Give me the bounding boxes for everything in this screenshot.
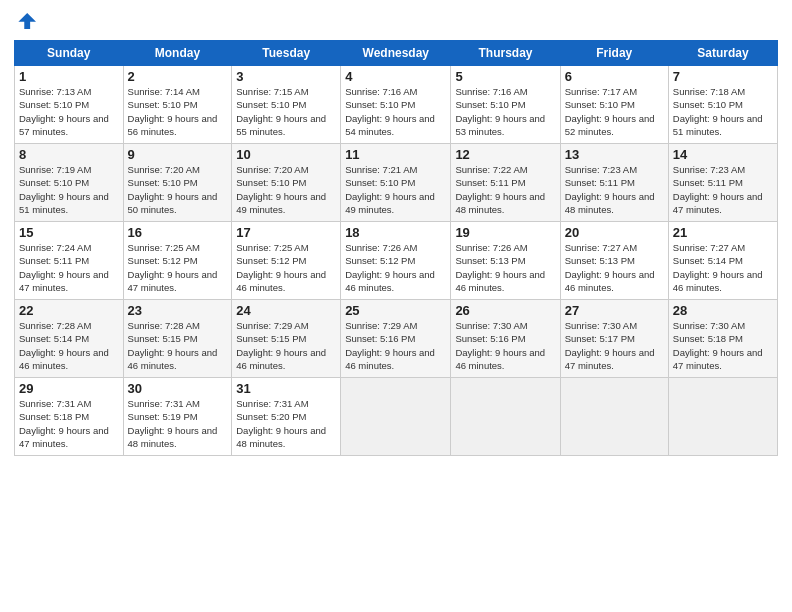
day-info: Sunrise: 7:28 AMSunset: 5:14 PMDaylight:…	[19, 320, 109, 371]
day-cell: 20 Sunrise: 7:27 AMSunset: 5:13 PMDaylig…	[560, 222, 668, 300]
day-cell: 14 Sunrise: 7:23 AMSunset: 5:11 PMDaylig…	[668, 144, 777, 222]
day-number: 17	[236, 225, 336, 240]
day-info: Sunrise: 7:16 AMSunset: 5:10 PMDaylight:…	[455, 86, 545, 137]
day-cell: 27 Sunrise: 7:30 AMSunset: 5:17 PMDaylig…	[560, 300, 668, 378]
day-cell: 29 Sunrise: 7:31 AMSunset: 5:18 PMDaylig…	[15, 378, 124, 456]
day-number: 27	[565, 303, 664, 318]
day-cell: 22 Sunrise: 7:28 AMSunset: 5:14 PMDaylig…	[15, 300, 124, 378]
day-info: Sunrise: 7:13 AMSunset: 5:10 PMDaylight:…	[19, 86, 109, 137]
header-friday: Friday	[560, 41, 668, 66]
day-info: Sunrise: 7:20 AMSunset: 5:10 PMDaylight:…	[128, 164, 218, 215]
day-cell: 26 Sunrise: 7:30 AMSunset: 5:16 PMDaylig…	[451, 300, 560, 378]
day-number: 3	[236, 69, 336, 84]
day-info: Sunrise: 7:17 AMSunset: 5:10 PMDaylight:…	[565, 86, 655, 137]
day-info: Sunrise: 7:23 AMSunset: 5:11 PMDaylight:…	[565, 164, 655, 215]
day-cell: 7 Sunrise: 7:18 AMSunset: 5:10 PMDayligh…	[668, 66, 777, 144]
header-saturday: Saturday	[668, 41, 777, 66]
day-number: 22	[19, 303, 119, 318]
day-number: 16	[128, 225, 228, 240]
day-cell: 4 Sunrise: 7:16 AMSunset: 5:10 PMDayligh…	[341, 66, 451, 144]
day-info: Sunrise: 7:18 AMSunset: 5:10 PMDaylight:…	[673, 86, 763, 137]
logo-icon	[14, 10, 36, 32]
day-number: 23	[128, 303, 228, 318]
calendar-header-row: SundayMondayTuesdayWednesdayThursdayFrid…	[15, 41, 778, 66]
day-cell: 2 Sunrise: 7:14 AMSunset: 5:10 PMDayligh…	[123, 66, 232, 144]
day-info: Sunrise: 7:31 AMSunset: 5:19 PMDaylight:…	[128, 398, 218, 449]
day-cell: 10 Sunrise: 7:20 AMSunset: 5:10 PMDaylig…	[232, 144, 341, 222]
day-cell: 17 Sunrise: 7:25 AMSunset: 5:12 PMDaylig…	[232, 222, 341, 300]
day-number: 21	[673, 225, 773, 240]
day-info: Sunrise: 7:26 AMSunset: 5:13 PMDaylight:…	[455, 242, 545, 293]
header-monday: Monday	[123, 41, 232, 66]
day-cell: 16 Sunrise: 7:25 AMSunset: 5:12 PMDaylig…	[123, 222, 232, 300]
header-tuesday: Tuesday	[232, 41, 341, 66]
day-info: Sunrise: 7:15 AMSunset: 5:10 PMDaylight:…	[236, 86, 326, 137]
day-number: 19	[455, 225, 555, 240]
day-cell: 15 Sunrise: 7:24 AMSunset: 5:11 PMDaylig…	[15, 222, 124, 300]
day-info: Sunrise: 7:27 AMSunset: 5:14 PMDaylight:…	[673, 242, 763, 293]
day-cell: 13 Sunrise: 7:23 AMSunset: 5:11 PMDaylig…	[560, 144, 668, 222]
day-info: Sunrise: 7:24 AMSunset: 5:11 PMDaylight:…	[19, 242, 109, 293]
day-info: Sunrise: 7:25 AMSunset: 5:12 PMDaylight:…	[128, 242, 218, 293]
header-sunday: Sunday	[15, 41, 124, 66]
day-cell	[560, 378, 668, 456]
day-number: 30	[128, 381, 228, 396]
day-info: Sunrise: 7:29 AMSunset: 5:15 PMDaylight:…	[236, 320, 326, 371]
svg-marker-0	[18, 13, 36, 29]
day-cell: 19 Sunrise: 7:26 AMSunset: 5:13 PMDaylig…	[451, 222, 560, 300]
week-row-5: 29 Sunrise: 7:31 AMSunset: 5:18 PMDaylig…	[15, 378, 778, 456]
day-cell: 21 Sunrise: 7:27 AMSunset: 5:14 PMDaylig…	[668, 222, 777, 300]
week-row-2: 8 Sunrise: 7:19 AMSunset: 5:10 PMDayligh…	[15, 144, 778, 222]
header-thursday: Thursday	[451, 41, 560, 66]
day-cell	[668, 378, 777, 456]
day-info: Sunrise: 7:28 AMSunset: 5:15 PMDaylight:…	[128, 320, 218, 371]
day-cell	[451, 378, 560, 456]
day-number: 15	[19, 225, 119, 240]
day-info: Sunrise: 7:29 AMSunset: 5:16 PMDaylight:…	[345, 320, 435, 371]
day-info: Sunrise: 7:14 AMSunset: 5:10 PMDaylight:…	[128, 86, 218, 137]
day-number: 18	[345, 225, 446, 240]
day-info: Sunrise: 7:21 AMSunset: 5:10 PMDaylight:…	[345, 164, 435, 215]
day-cell: 6 Sunrise: 7:17 AMSunset: 5:10 PMDayligh…	[560, 66, 668, 144]
calendar-table: SundayMondayTuesdayWednesdayThursdayFrid…	[14, 40, 778, 456]
day-number: 25	[345, 303, 446, 318]
day-cell: 5 Sunrise: 7:16 AMSunset: 5:10 PMDayligh…	[451, 66, 560, 144]
day-cell: 3 Sunrise: 7:15 AMSunset: 5:10 PMDayligh…	[232, 66, 341, 144]
day-cell: 31 Sunrise: 7:31 AMSunset: 5:20 PMDaylig…	[232, 378, 341, 456]
day-number: 26	[455, 303, 555, 318]
week-row-4: 22 Sunrise: 7:28 AMSunset: 5:14 PMDaylig…	[15, 300, 778, 378]
day-cell: 11 Sunrise: 7:21 AMSunset: 5:10 PMDaylig…	[341, 144, 451, 222]
day-number: 1	[19, 69, 119, 84]
day-number: 20	[565, 225, 664, 240]
day-info: Sunrise: 7:31 AMSunset: 5:20 PMDaylight:…	[236, 398, 326, 449]
day-number: 4	[345, 69, 446, 84]
day-info: Sunrise: 7:16 AMSunset: 5:10 PMDaylight:…	[345, 86, 435, 137]
day-number: 31	[236, 381, 336, 396]
day-number: 7	[673, 69, 773, 84]
day-info: Sunrise: 7:25 AMSunset: 5:12 PMDaylight:…	[236, 242, 326, 293]
day-cell: 18 Sunrise: 7:26 AMSunset: 5:12 PMDaylig…	[341, 222, 451, 300]
day-info: Sunrise: 7:22 AMSunset: 5:11 PMDaylight:…	[455, 164, 545, 215]
day-info: Sunrise: 7:20 AMSunset: 5:10 PMDaylight:…	[236, 164, 326, 215]
day-cell: 8 Sunrise: 7:19 AMSunset: 5:10 PMDayligh…	[15, 144, 124, 222]
day-cell: 30 Sunrise: 7:31 AMSunset: 5:19 PMDaylig…	[123, 378, 232, 456]
day-cell: 23 Sunrise: 7:28 AMSunset: 5:15 PMDaylig…	[123, 300, 232, 378]
day-number: 8	[19, 147, 119, 162]
week-row-3: 15 Sunrise: 7:24 AMSunset: 5:11 PMDaylig…	[15, 222, 778, 300]
day-cell	[341, 378, 451, 456]
day-cell: 12 Sunrise: 7:22 AMSunset: 5:11 PMDaylig…	[451, 144, 560, 222]
day-info: Sunrise: 7:23 AMSunset: 5:11 PMDaylight:…	[673, 164, 763, 215]
day-number: 28	[673, 303, 773, 318]
day-number: 13	[565, 147, 664, 162]
day-info: Sunrise: 7:31 AMSunset: 5:18 PMDaylight:…	[19, 398, 109, 449]
day-cell: 24 Sunrise: 7:29 AMSunset: 5:15 PMDaylig…	[232, 300, 341, 378]
day-cell: 1 Sunrise: 7:13 AMSunset: 5:10 PMDayligh…	[15, 66, 124, 144]
day-info: Sunrise: 7:26 AMSunset: 5:12 PMDaylight:…	[345, 242, 435, 293]
day-number: 11	[345, 147, 446, 162]
day-info: Sunrise: 7:30 AMSunset: 5:17 PMDaylight:…	[565, 320, 655, 371]
day-info: Sunrise: 7:30 AMSunset: 5:18 PMDaylight:…	[673, 320, 763, 371]
logo	[14, 10, 40, 32]
day-number: 5	[455, 69, 555, 84]
day-number: 14	[673, 147, 773, 162]
page-container: SundayMondayTuesdayWednesdayThursdayFrid…	[0, 0, 792, 464]
